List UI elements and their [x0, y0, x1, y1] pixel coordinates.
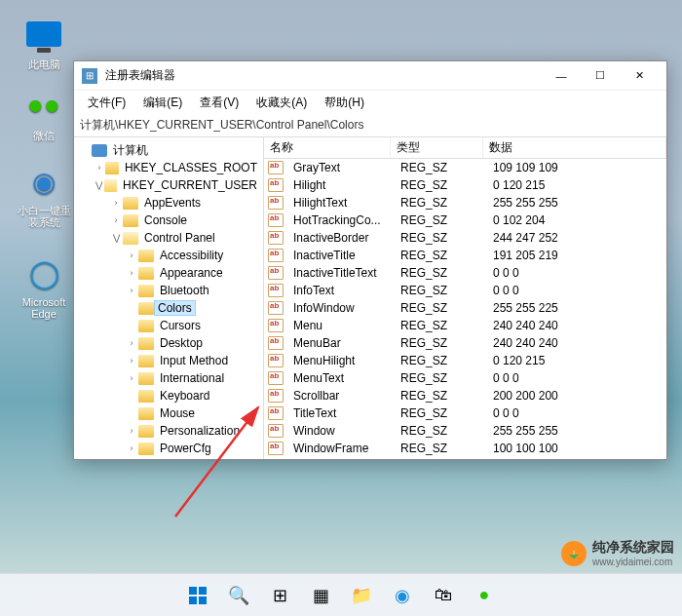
tree-node[interactable]: ›PowerCfg [74, 440, 263, 457]
folder-icon [123, 232, 138, 245]
start-button[interactable] [180, 578, 215, 613]
svg-rect-2 [199, 587, 207, 595]
value-type: REG_SZ [395, 266, 487, 280]
list-item[interactable]: GrayTextREG_SZ109 109 109 [264, 159, 666, 176]
list-item[interactable]: InactiveBorderREG_SZ244 247 252 [264, 229, 666, 247]
tree-node-label: Bluetooth [158, 284, 211, 297]
string-value-icon [268, 371, 284, 385]
titlebar[interactable]: ⊞ 注册表编辑器 — ☐ ✕ [74, 61, 666, 91]
chevron-right-icon[interactable]: › [125, 286, 138, 295]
value-name: Window [287, 424, 395, 438]
chevron-right-icon[interactable]: › [125, 268, 138, 278]
tool-icon: ◉ [24, 162, 63, 201]
string-value-icon [268, 284, 284, 297]
chevron-right-icon[interactable]: › [109, 198, 123, 208]
explorer-button[interactable]: 📁 [344, 578, 379, 613]
list-item[interactable]: MenuHilightREG_SZ0 120 215 [264, 352, 666, 369]
desktop-icon-edge[interactable]: ◯ Microsoft Edge [15, 253, 73, 320]
desktop-icon-tool[interactable]: ◉ 小白一键重装系统 [15, 162, 73, 228]
tree-node[interactable]: ›HKEY_CLASSES_ROOT [74, 159, 263, 176]
watermark-url: www.yidaimei.com [592, 557, 674, 567]
chevron-down-icon[interactable]: ⋁ [94, 180, 104, 190]
list-item[interactable]: WindowREG_SZ255 255 255 [264, 422, 666, 440]
menu-view[interactable]: 查看(V) [192, 93, 246, 113]
registry-editor-window: ⊞ 注册表编辑器 — ☐ ✕ 文件(F) 编辑(E) 查看(V) 收藏夹(A) … [73, 60, 667, 460]
list-item[interactable]: WindowFrameREG_SZ100 100 100 [264, 440, 666, 457]
tree-node[interactable]: 计算机 [74, 141, 263, 159]
column-type[interactable]: 类型 [391, 137, 483, 158]
tree-node[interactable]: ›International [74, 369, 263, 387]
value-name: InactiveTitleText [287, 266, 395, 280]
values-list[interactable]: 名称 类型 数据 GrayTextREG_SZ109 109 109Hiligh… [264, 137, 666, 459]
tree-node[interactable]: ›Accessibility [74, 247, 263, 264]
tree-node[interactable]: ›Console [74, 212, 263, 229]
close-button[interactable]: ✕ [620, 61, 659, 91]
value-name: InactiveBorder [287, 231, 395, 245]
tree-node[interactable]: Colors [74, 299, 263, 317]
tree-node[interactable]: ›Quick Actions [74, 457, 263, 459]
chevron-right-icon[interactable]: › [125, 426, 138, 436]
list-item[interactable]: HilightTextREG_SZ255 255 255 [264, 194, 666, 212]
chevron-right-icon[interactable]: › [94, 163, 105, 173]
tree-node[interactable]: ⋁HKEY_CURRENT_USER [74, 176, 263, 194]
search-button[interactable]: 🔍 [221, 578, 256, 613]
column-name[interactable]: 名称 [264, 137, 391, 158]
value-data: 255 255 225 [487, 301, 666, 315]
menu-edit[interactable]: 编辑(E) [135, 93, 190, 113]
value-type: REG_SZ [395, 213, 487, 227]
chevron-down-icon[interactable]: ⋁ [109, 233, 123, 243]
tree-node[interactable]: Keyboard [74, 387, 263, 404]
menu-help[interactable]: 帮助(H) [317, 93, 372, 113]
menu-favorites[interactable]: 收藏夹(A) [248, 93, 315, 113]
tree-node-label: Personalization [158, 424, 242, 438]
list-item[interactable]: MenuREG_SZ240 240 240 [264, 317, 666, 334]
maximize-button[interactable]: ☐ [581, 61, 620, 91]
chevron-right-icon[interactable]: › [125, 443, 138, 453]
value-type: REG_SZ [395, 249, 487, 262]
tree-node-label: AppEvents [142, 196, 203, 210]
list-item[interactable]: InfoTextREG_SZ0 0 0 [264, 282, 666, 299]
list-item[interactable]: TitleTextREG_SZ0 0 0 [264, 404, 666, 422]
value-data: 191 205 219 [487, 249, 666, 262]
tree-node[interactable]: ›AppEvents [74, 194, 263, 212]
tree-node[interactable]: Cursors [74, 317, 263, 334]
address-bar[interactable]: 计算机\HKEY_CURRENT_USER\Control Panel\Colo… [74, 114, 666, 137]
tree-node[interactable]: Mouse [74, 404, 263, 422]
wechat-taskbar-button[interactable]: ● [467, 578, 502, 613]
string-value-icon [268, 442, 284, 455]
list-item[interactable]: WindowTextREG_SZ0 0 0 [264, 457, 666, 459]
tree-node[interactable]: ›Appearance [74, 264, 263, 282]
list-item[interactable]: InfoWindowREG_SZ255 255 225 [264, 299, 666, 317]
tree-node[interactable]: ⋁Control Panel [74, 229, 263, 247]
chevron-right-icon[interactable]: › [125, 373, 138, 383]
tree-node[interactable]: ›Desktop [74, 334, 263, 352]
menu-file[interactable]: 文件(F) [80, 93, 133, 113]
chevron-right-icon[interactable]: › [125, 338, 138, 348]
registry-tree[interactable]: 计算机›HKEY_CLASSES_ROOT⋁HKEY_CURRENT_USER›… [74, 137, 264, 459]
minimize-button[interactable]: — [542, 61, 581, 91]
desktop-icon-wechat[interactable]: ●● 微信 [15, 86, 73, 143]
list-item[interactable]: HilightREG_SZ0 120 215 [264, 176, 666, 194]
edge-taskbar-button[interactable]: ◉ [385, 578, 420, 613]
chevron-right-icon[interactable]: › [125, 356, 138, 366]
chevron-right-icon[interactable]: › [125, 250, 138, 260]
list-item[interactable]: MenuBarREG_SZ240 240 240 [264, 334, 666, 352]
list-item[interactable]: MenuTextREG_SZ0 0 0 [264, 369, 666, 387]
folder-icon [138, 425, 154, 438]
string-value-icon [268, 424, 284, 438]
tree-node[interactable]: ›Personalization [74, 422, 263, 440]
tree-node-label: International [158, 371, 226, 385]
tree-node[interactable]: ›Input Method [74, 352, 263, 369]
list-item[interactable]: InactiveTitleTextREG_SZ0 0 0 [264, 264, 666, 282]
list-item[interactable]: InactiveTitleREG_SZ191 205 219 [264, 247, 666, 264]
chevron-right-icon[interactable]: › [109, 215, 123, 225]
column-data[interactable]: 数据 [483, 137, 666, 158]
store-button[interactable]: 🛍 [426, 578, 461, 613]
tree-node[interactable]: ›Bluetooth [74, 282, 263, 299]
list-item[interactable]: ScrollbarREG_SZ200 200 200 [264, 387, 666, 404]
widgets-button[interactable]: ▦ [303, 578, 338, 613]
taskview-button[interactable]: ⊞ [262, 578, 297, 613]
value-name: MenuText [287, 371, 395, 385]
list-item[interactable]: HotTrackingCo...REG_SZ0 102 204 [264, 212, 666, 229]
desktop-icon-this-pc[interactable]: 此电脑 [15, 15, 73, 72]
